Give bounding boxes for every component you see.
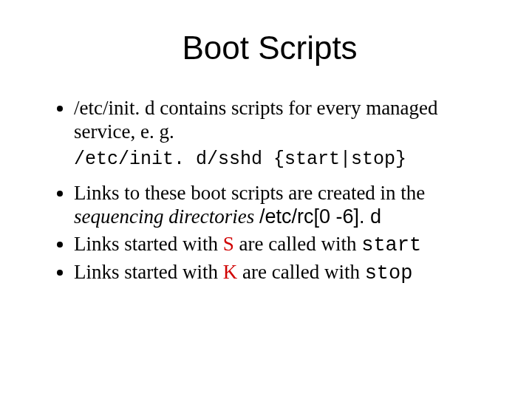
slide-title: Boot Scripts [44,30,495,66]
bullet-1-code: /etc/init. d/sshd {start|stop} [74,149,495,171]
bullet-list: /etc/init. d contains scripts for every … [44,96,495,144]
bullet-3-code: start [361,234,421,256]
bullet-4: Links started with K are called with sto… [74,260,495,285]
bullet-3: Links started with S are called with sta… [74,232,495,257]
bullet-1-text: /etc/init. d contains scripts for every … [74,97,438,143]
bullet-2-em: sequencing directories [74,205,259,228]
bullet-3-text-a: Links started with [74,233,223,255]
bullet-4-text-b: are called with [237,261,364,283]
bullet-4-text-a: Links started with [74,261,223,283]
bullet-2-sans: /etc/rc[0 -6]. d [259,205,381,228]
bullet-2: Links to these boot scripts are created … [74,181,495,229]
bullet-4-k: K [223,261,238,283]
slide: Boot Scripts /etc/init. d contains scrip… [0,0,532,399]
bullet-2-text-a: Links to these boot scripts are created … [74,182,425,204]
bullet-3-s: S [223,233,234,255]
bullet-list-cont: Links to these boot scripts are created … [44,181,495,286]
bullet-1: /etc/init. d contains scripts for every … [74,96,495,144]
bullet-3-text-b: are called with [234,233,361,255]
bullet-4-code: stop [365,262,413,284]
